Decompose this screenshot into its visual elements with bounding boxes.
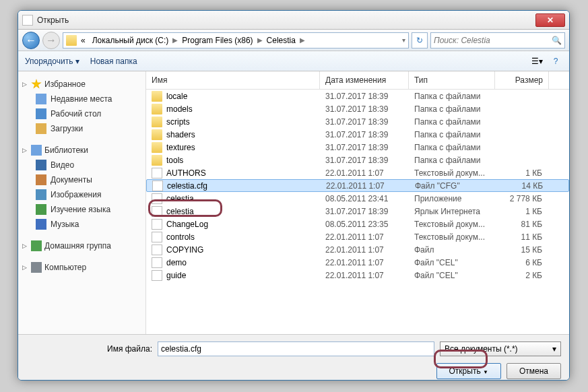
file-name: scripts	[166, 117, 190, 127]
desktop-icon	[36, 108, 46, 119]
file-row[interactable]: tools31.07.2017 18:39Папка с файлами	[146, 154, 569, 166]
filename-input[interactable]	[158, 341, 434, 356]
file-date: 08.05.2011 23:35	[320, 220, 409, 229]
file-row[interactable]: demo22.01.2011 1:07Файл "CEL"6 КБ	[146, 256, 569, 269]
refresh-button[interactable]: ↻	[412, 32, 428, 48]
sidebar-item-language[interactable]: Изучение языка	[21, 202, 143, 217]
file-name: models	[166, 104, 193, 114]
file-name: AUTHORS	[166, 168, 206, 178]
file-date: 31.07.2017 18:39	[320, 92, 409, 101]
sidebar-item-video[interactable]: Видео	[21, 158, 143, 172]
organize-button[interactable]: Упорядочить ▾	[25, 57, 79, 66]
file-row[interactable]: guide22.01.2011 1:07Файл "CEL"2 КБ	[146, 269, 569, 282]
column-headers: Имя Дата изменения Тип Размер	[146, 71, 569, 90]
breadcrumb[interactable]: « Локальный диск (C:)▶ Program Files (x8…	[63, 32, 409, 48]
file-type: Текстовый докум...	[409, 232, 495, 242]
breadcrumb-dropdown-icon[interactable]: ▾	[402, 36, 405, 44]
sidebar-item-desktop[interactable]: Рабочий стол	[21, 106, 143, 121]
sidebar-favorites[interactable]: ▷Избранное	[21, 77, 143, 92]
dropdown-icon: ▾	[552, 344, 556, 354]
file-row[interactable]: textures31.07.2017 18:39Папка с файлами	[146, 141, 569, 154]
file-date: 31.07.2017 18:39	[320, 156, 409, 165]
titlebar: Открыть ✕	[18, 11, 569, 30]
file-name: guide	[166, 271, 186, 280]
file-name: tools	[166, 156, 183, 165]
file-row[interactable]: AUTHORS22.01.2011 1:07Текстовый докум...…	[146, 166, 569, 179]
search-input[interactable]	[434, 36, 552, 45]
breadcrumb-prefix[interactable]: «	[78, 34, 88, 46]
file-size: 6 КБ	[495, 258, 549, 267]
file-row[interactable]: shaders31.07.2017 18:39Папка с файлами	[146, 128, 569, 141]
library-icon	[31, 145, 42, 156]
file-name: controls	[166, 232, 195, 242]
close-button[interactable]: ✕	[535, 13, 565, 27]
nav-back-button[interactable]: ←	[22, 32, 40, 49]
file-row[interactable]: ChangeLog08.05.2011 23:35Текстовый докум…	[146, 218, 569, 230]
file-size: 2 778 КБ	[495, 194, 549, 203]
file-type: Папка с файлами	[409, 104, 495, 114]
col-size[interactable]: Размер	[495, 71, 549, 89]
file-icon	[152, 181, 163, 191]
file-row[interactable]: models31.07.2017 18:39Папка с файлами	[146, 102, 569, 115]
breadcrumb-seg-0[interactable]: Локальный диск (C:)	[90, 34, 172, 46]
file-row[interactable]: locale31.07.2017 18:39Папка с файлами	[146, 90, 569, 102]
file-row[interactable]: celestia08.05.2011 23:41Приложение2 778 …	[146, 192, 569, 205]
sidebar-libraries[interactable]: ▷Библиотеки	[21, 143, 143, 158]
file-icon	[152, 206, 162, 217]
navbar: ← → « Локальный диск (C:)▶ Program Files…	[18, 30, 569, 51]
sidebar-computer[interactable]: ▷Компьютер	[21, 260, 143, 275]
sidebar-item-music[interactable]: Музыка	[21, 217, 143, 232]
video-icon	[36, 160, 46, 170]
col-name[interactable]: Имя	[146, 71, 320, 89]
file-date: 22.01.2011 1:07	[320, 168, 409, 178]
breadcrumb-icon	[66, 35, 77, 46]
search-box[interactable]: 🔍	[430, 32, 565, 48]
file-type: Ярлык Интернета	[409, 207, 495, 216]
filetype-filter[interactable]: Все документы (*.*)▾	[440, 341, 561, 356]
sidebar-item-recent[interactable]: Недавние места	[21, 92, 143, 106]
toolbar: Упорядочить ▾ Новая папка ☰▾ ?	[18, 51, 569, 71]
file-icon	[152, 270, 162, 281]
file-row[interactable]: scripts31.07.2017 18:39Папка с файлами	[146, 115, 569, 128]
file-icon	[152, 193, 162, 204]
recent-icon	[36, 94, 46, 104]
col-type[interactable]: Тип	[409, 71, 495, 89]
computer-icon	[31, 262, 42, 273]
sidebar-homegroup[interactable]: ▷Домашняя группа	[21, 238, 143, 253]
window-title: Открыть	[37, 15, 535, 25]
filename-label: Имя файла:	[26, 344, 152, 354]
file-type: Файл	[409, 245, 495, 255]
file-list[interactable]: Имя Дата изменения Тип Размер locale31.0…	[146, 71, 569, 334]
file-type: Файл "CFG"	[410, 181, 496, 191]
file-row[interactable]: COPYING22.01.2011 1:07Файл15 КБ	[146, 243, 569, 256]
file-icon	[152, 257, 162, 268]
search-icon: 🔍	[552, 36, 562, 45]
breadcrumb-seg-2[interactable]: Celestia	[264, 34, 298, 46]
sidebar-item-documents[interactable]: Документы	[21, 172, 143, 187]
file-date: 22.01.2011 1:07	[321, 181, 410, 191]
help-button[interactable]: ?	[549, 55, 562, 68]
file-date: 08.05.2011 23:41	[320, 194, 409, 203]
cancel-button[interactable]: Отмена	[507, 363, 561, 379]
file-row[interactable]: celestia31.07.2017 18:39Ярлык Интернета1…	[146, 205, 569, 218]
file-name: demo	[166, 258, 187, 267]
file-type: Папка с файлами	[409, 156, 495, 165]
file-icon	[152, 244, 162, 255]
file-type: Папка с файлами	[409, 143, 495, 152]
sidebar-item-downloads[interactable]: Загрузки	[21, 121, 143, 136]
file-date: 31.07.2017 18:39	[320, 104, 409, 114]
folder-icon	[152, 129, 162, 140]
newfolder-button[interactable]: Новая папка	[90, 57, 137, 66]
file-name: textures	[166, 143, 195, 152]
file-icon	[152, 168, 162, 178]
breadcrumb-seg-1[interactable]: Program Files (x86)	[179, 34, 255, 46]
file-date: 22.01.2011 1:07	[320, 232, 409, 242]
file-row[interactable]: controls22.01.2011 1:07Текстовый докум..…	[146, 230, 569, 243]
open-button[interactable]: Открыть ▼	[436, 363, 501, 379]
file-type: Папка с файлами	[409, 117, 495, 127]
col-date[interactable]: Дата изменения	[320, 71, 409, 89]
view-button[interactable]: ☰▾	[530, 55, 544, 68]
file-row[interactable]: celestia.cfg22.01.2011 1:07Файл "CFG"14 …	[146, 179, 569, 192]
music-icon	[36, 219, 46, 230]
sidebar-item-images[interactable]: Изображения	[21, 187, 143, 202]
